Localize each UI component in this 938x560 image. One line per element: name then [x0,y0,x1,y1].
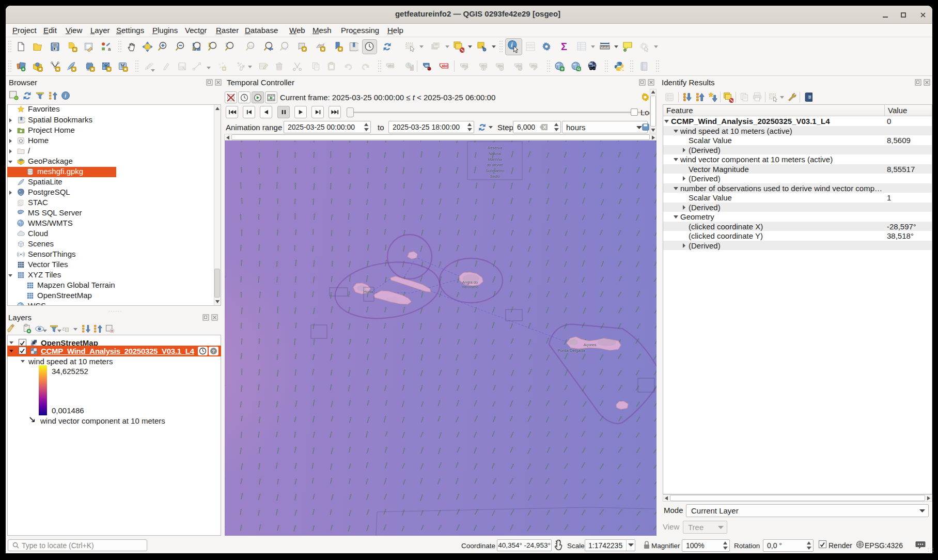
svg-text:i: i [65,93,66,99]
svg-text:1:1: 1:1 [248,44,252,47]
svg-text:?: ? [212,349,215,354]
svg-text:abc: abc [388,64,394,67]
svg-text:ε: ε [62,325,65,332]
svg-text:Σ: Σ [561,41,567,52]
svg-text:?: ? [643,64,646,69]
svg-text:a: a [107,46,111,52]
svg-text:abc: abc [442,64,448,68]
svg-text:abc: abc [481,64,487,67]
svg-text:ab: ab [425,63,428,67]
svg-text:?: ? [809,96,811,99]
